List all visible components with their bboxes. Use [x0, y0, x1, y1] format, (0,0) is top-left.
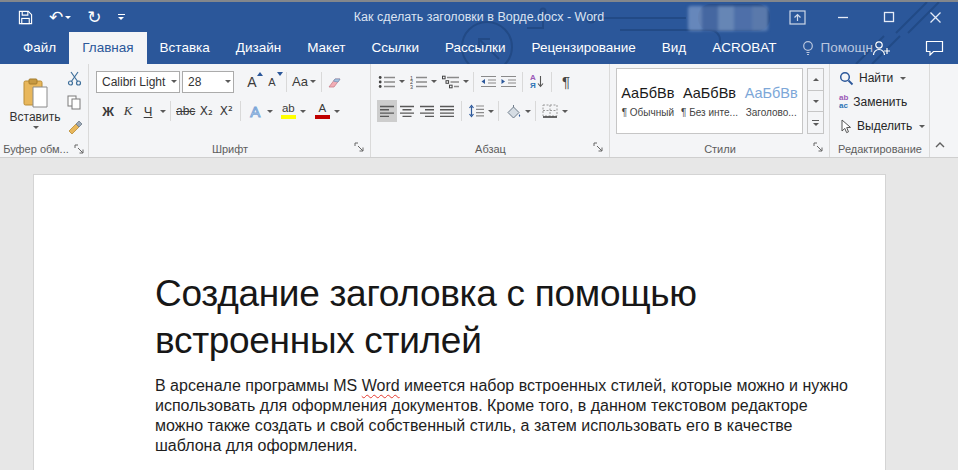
tab-insert[interactable]: Вставка [147, 32, 223, 64]
ribbon-display-options-button[interactable] [774, 2, 820, 32]
window-controls [774, 2, 958, 32]
bullets-caret[interactable] [399, 80, 405, 83]
align-left-icon [379, 105, 395, 118]
tab-layout[interactable]: Макет [294, 32, 358, 64]
maximize-icon [883, 11, 895, 23]
line-spacing-icon [468, 104, 485, 118]
decrease-indent-icon [480, 75, 497, 88]
line-spacing-caret[interactable] [488, 110, 494, 113]
subscript-button[interactable]: X₂ [196, 100, 216, 122]
numbering-caret[interactable] [431, 80, 437, 83]
text-effects-caret[interactable] [267, 110, 273, 113]
style-heading1[interactable]: АаБбВв Заголово... [740, 69, 802, 133]
copy-button[interactable] [64, 94, 84, 111]
bullet-list-icon [378, 75, 396, 89]
tab-references[interactable]: Ссылки [358, 32, 432, 64]
borders-button[interactable] [540, 100, 560, 122]
increase-indent-icon [500, 75, 517, 88]
tab-view[interactable]: Вид [649, 32, 699, 64]
show-marks-button[interactable]: ¶ [556, 71, 576, 93]
underline-caret[interactable] [160, 110, 166, 113]
highlight-color-button[interactable]: ab [278, 100, 298, 122]
style-no-spacing[interactable]: АаБбВв ¶ Без инте... [679, 69, 741, 133]
font-color-caret[interactable] [334, 110, 340, 113]
clear-formatting-button[interactable] [326, 71, 346, 93]
styles-gallery-scroll [807, 68, 824, 134]
italic-button[interactable]: К [118, 100, 138, 122]
group-font: Calibri Light 28 A A Aa [90, 64, 371, 157]
styles-scroll-down-button[interactable] [807, 91, 824, 113]
styles-dialog-launcher[interactable] [813, 142, 824, 153]
justify-button[interactable] [437, 100, 457, 122]
styles-gallery-more-button[interactable] [807, 112, 824, 134]
line-spacing-button[interactable] [466, 100, 486, 122]
document-workspace: Создание заголовка с помощью встроенных … [0, 158, 958, 470]
clipboard-dialog-launcher[interactable] [74, 144, 85, 155]
sort-button[interactable]: А Я [527, 71, 547, 93]
align-center-icon [399, 105, 415, 118]
redo-button[interactable]: ↻ [87, 9, 101, 26]
change-case-button[interactable]: Aa [291, 71, 317, 93]
align-left-button[interactable] [377, 100, 397, 122]
minimize-button[interactable] [820, 2, 866, 32]
bold-button[interactable]: Ж [98, 100, 118, 122]
font-size-caret [225, 80, 231, 83]
multilevel-list-button[interactable] [441, 71, 461, 93]
tab-acrobat[interactable]: ACROBAT [699, 32, 789, 64]
document-page[interactable]: Создание заголовка с помощью встроенных … [33, 174, 886, 470]
spellcheck-underlined-word: Word [362, 377, 400, 394]
paste-button[interactable]: Вставить [8, 67, 62, 140]
strikethrough-button[interactable]: abc [175, 100, 196, 122]
replace-button[interactable]: ab ac Заменить [839, 93, 925, 111]
multilevel-caret[interactable] [463, 80, 469, 83]
find-button[interactable]: Найти [839, 69, 925, 87]
share-button[interactable] [871, 40, 891, 57]
align-right-button[interactable] [417, 100, 437, 122]
svg-text:3: 3 [410, 84, 413, 89]
word-window: ↶ ↻ Как сделать заголовки в Ворде.docx -… [0, 0, 958, 470]
borders-icon [542, 104, 558, 118]
numbering-button[interactable]: 1 2 3 [409, 71, 429, 93]
decrease-indent-button[interactable] [478, 71, 498, 93]
align-center-button[interactable] [397, 100, 417, 122]
grow-font-button[interactable]: A [242, 71, 262, 93]
customize-qat-button[interactable] [118, 14, 125, 21]
styles-scroll-up-button[interactable] [807, 68, 824, 91]
redacted-account-area [688, 6, 768, 31]
tab-home[interactable]: Главная [69, 32, 146, 64]
maximize-button[interactable] [866, 2, 912, 32]
shrink-font-button[interactable]: A [262, 71, 282, 93]
document-content: Создание заголовка с помощью встроенных … [34, 175, 885, 456]
borders-caret[interactable] [562, 110, 568, 113]
format-painter-button[interactable] [64, 118, 84, 135]
save-button[interactable] [18, 10, 33, 25]
text-effects-button[interactable]: А [245, 100, 265, 122]
style-normal[interactable]: АаБбВв ¶ Обычный [617, 69, 679, 133]
tab-design[interactable]: Дизайн [223, 32, 294, 64]
shading-caret[interactable] [525, 110, 531, 113]
font-family-combobox[interactable]: Calibri Light [96, 71, 180, 93]
tab-review[interactable]: Рецензирование [519, 32, 649, 64]
font-size-combobox[interactable]: 28 [182, 71, 234, 93]
lightbulb-icon [802, 40, 814, 56]
tab-file[interactable]: Файл [10, 32, 69, 64]
shading-button[interactable] [503, 100, 523, 122]
paragraph-dialog-launcher[interactable] [593, 142, 604, 153]
highlight-caret[interactable] [300, 110, 306, 113]
format-painter-icon [67, 119, 82, 134]
increase-indent-button[interactable] [498, 71, 518, 93]
styles-group-label: Стили [611, 143, 829, 155]
superscript-button[interactable]: X² [216, 100, 236, 122]
undo-button[interactable]: ↶ [49, 9, 71, 26]
undo-dropdown-caret [65, 16, 71, 19]
bullets-button[interactable] [377, 71, 397, 93]
cut-button[interactable] [64, 70, 84, 87]
comments-button[interactable] [925, 40, 944, 56]
select-button[interactable]: Выделить [839, 117, 925, 135]
tab-mailings[interactable]: Рассылки [432, 32, 519, 64]
underline-button[interactable]: Ч [138, 100, 158, 122]
collapse-ribbon-button[interactable] [934, 141, 946, 149]
font-color-button[interactable]: А [312, 100, 332, 122]
close-button[interactable] [912, 2, 958, 32]
font-dialog-launcher[interactable] [354, 142, 365, 153]
